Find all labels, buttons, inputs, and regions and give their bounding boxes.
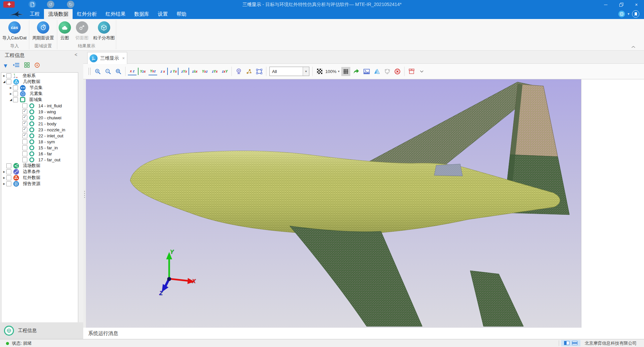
combo-arrow-icon[interactable]: ▼ xyxy=(303,67,309,76)
tree-item-surface[interactable]: 17 - far_out xyxy=(1,157,78,163)
tree-item-surface[interactable]: 15 - far_in xyxy=(1,145,78,151)
tree-item-surface[interactable]: 14 - int_fluid xyxy=(1,103,78,109)
tree-item-boundary[interactable]: ▶ 边界条件 xyxy=(1,169,78,175)
import-cas-dat-button[interactable]: cas 导入Cas/Dat xyxy=(0,20,29,43)
expand-icon[interactable]: ▶ xyxy=(2,182,6,185)
checkbox[interactable] xyxy=(22,145,27,150)
zoom-out-icon[interactable] xyxy=(104,67,113,76)
menu-item-database[interactable]: 数据库 xyxy=(130,9,154,19)
panel-toggle-button[interactable] xyxy=(618,11,625,17)
view-orientation-icon[interactable]: zYx xyxy=(180,68,189,75)
view-orientation-icon[interactable]: Yzx xyxy=(138,68,147,75)
layout-rows-icon[interactable] xyxy=(572,340,577,346)
menu-item-ir-results[interactable]: 红外结果 xyxy=(101,9,130,19)
particle-distribution-button[interactable]: 粒子分布图 xyxy=(91,20,117,43)
tree-item-infrared[interactable]: ▶ 红外数据 xyxy=(1,175,78,181)
transparency-icon[interactable] xyxy=(315,67,324,76)
selection-filter-select[interactable]: All ▼ xyxy=(269,67,309,76)
expand-icon[interactable]: ▶ xyxy=(2,74,6,77)
molecule-icon[interactable] xyxy=(244,67,253,76)
close-button[interactable]: × xyxy=(629,0,644,9)
light-icon[interactable] xyxy=(234,67,243,76)
menu-item-project[interactable]: 工程 xyxy=(25,9,44,19)
view-iso-icon[interactable]: Yxz xyxy=(200,68,209,75)
tree-item-faceset[interactable]: ◢ 面域集 xyxy=(1,97,78,103)
checkbox[interactable] xyxy=(22,139,27,144)
filter-icon[interactable]: ▼ xyxy=(3,63,8,69)
menu-item-help[interactable]: 帮助 xyxy=(172,9,191,19)
zoom-level-dropdown[interactable]: 100%▼ xyxy=(325,69,340,74)
tree-item-surface[interactable]: 23 - nozzle_in xyxy=(1,127,78,133)
viewport-3d[interactable]: Y X Z xyxy=(86,79,581,328)
menu-item-flowfield[interactable]: 流场数据 xyxy=(44,9,73,19)
expand-icon[interactable]: ▶ xyxy=(9,86,13,89)
expand-icon[interactable]: ▶ xyxy=(2,170,6,173)
grid-view-icon[interactable] xyxy=(24,62,30,69)
view-iso-icon[interactable]: zxY xyxy=(220,68,229,75)
checkbox[interactable] xyxy=(22,127,27,132)
mirror-icon[interactable] xyxy=(372,67,381,76)
panel-collapse-button[interactable]: < xyxy=(75,52,77,57)
checkbox[interactable] xyxy=(6,163,11,168)
toolbar-grip[interactable] xyxy=(89,68,91,75)
snapshot-icon[interactable] xyxy=(362,67,371,76)
tree-item-elementset[interactable]: ▶ 元素集 xyxy=(1,91,78,97)
collapse-icon[interactable]: ◢ xyxy=(9,98,13,101)
export-arrow-icon[interactable] xyxy=(352,67,361,76)
view-iso-icon[interactable]: zλx xyxy=(190,68,199,75)
checkbox[interactable] xyxy=(22,151,27,156)
panel-splitter[interactable] xyxy=(83,79,86,339)
tree-item-surface[interactable]: 16 - far xyxy=(1,151,78,157)
tree-item-surface[interactable]: 21 - body xyxy=(1,121,78,127)
checkbox[interactable] xyxy=(22,103,27,108)
zoom-fit-icon[interactable] xyxy=(114,67,123,76)
splitter-handle[interactable] xyxy=(84,190,85,199)
select-box-icon[interactable] xyxy=(255,67,264,76)
checkbox[interactable] xyxy=(22,121,27,126)
view-orientation-icon[interactable]: x z xyxy=(128,67,137,75)
checkbox[interactable] xyxy=(22,133,27,138)
tree-item-surface[interactable]: 18 - sym xyxy=(1,139,78,145)
list-view-icon[interactable] xyxy=(13,62,20,69)
tree-item-flowdata[interactable]: ▶ 流场数据 xyxy=(1,163,78,169)
zoom-in-icon[interactable] xyxy=(93,67,102,76)
view-orientation-icon[interactable]: z x xyxy=(159,68,168,75)
layout-split-icon[interactable] xyxy=(564,340,569,346)
package-icon[interactable] xyxy=(407,67,416,76)
checkbox[interactable] xyxy=(6,169,11,174)
view-orientation-icon[interactable]: z Yx xyxy=(169,68,178,75)
ribbon-collapse-button[interactable] xyxy=(631,44,635,50)
tree-item-coordsys[interactable]: ▶ Yzx 坐标系 xyxy=(1,73,78,79)
checkbox[interactable] xyxy=(13,97,18,102)
checkbox[interactable] xyxy=(6,175,11,180)
expand-icon[interactable]: ▶ xyxy=(9,92,13,95)
cancel-icon[interactable] xyxy=(393,67,402,76)
periodic-face-button[interactable]: 周期面设置 xyxy=(30,20,56,43)
tab-close-icon[interactable]: × xyxy=(122,56,125,61)
menu-item-ir-analysis[interactable]: 红外分析 xyxy=(73,9,101,19)
minimize-button[interactable]: ─ xyxy=(598,0,613,9)
tree-item-surface[interactable]: 22 - inlet_out xyxy=(1,133,78,139)
checkbox[interactable] xyxy=(13,85,18,90)
tree-item-nodeset[interactable]: ▶ 节点集 xyxy=(1,85,78,91)
contour-button[interactable]: 云图 xyxy=(57,20,73,43)
tree-item-surface[interactable]: 19 - wing xyxy=(1,109,78,115)
restore-button[interactable] xyxy=(613,0,629,9)
view-orientation-icon[interactable]: Yxz xyxy=(149,67,157,75)
checkbox[interactable] xyxy=(13,91,18,96)
checkbox[interactable] xyxy=(22,109,27,114)
tab-3d-view[interactable]: 三维显示 × xyxy=(87,52,127,64)
menu-item-settings[interactable]: 设置 xyxy=(154,9,172,19)
collapse-icon[interactable]: ◢ xyxy=(2,80,6,83)
theme-button[interactable] xyxy=(632,10,639,18)
locate-target-icon[interactable] xyxy=(34,62,40,69)
checkbox[interactable] xyxy=(22,115,27,120)
panel-bottom-tab[interactable]: 工程信息 xyxy=(0,322,83,339)
tree-item-report[interactable]: ▶ 报告资源 xyxy=(1,181,78,187)
chevron-down-icon[interactable] xyxy=(417,67,426,76)
expand-icon[interactable]: ▶ xyxy=(2,176,6,179)
mesh-grid-toggle[interactable] xyxy=(341,67,350,76)
tree-item-geometry[interactable]: ◢ 几何数据 xyxy=(1,79,78,85)
checkbox[interactable] xyxy=(6,79,11,84)
tree-item-surface[interactable]: 20 - chuiwei xyxy=(1,115,78,121)
